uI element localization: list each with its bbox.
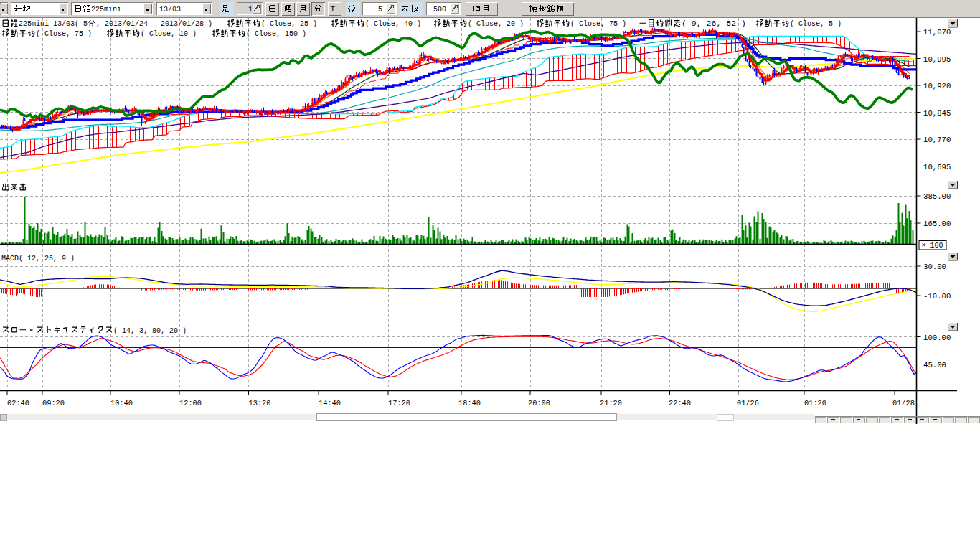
svg-text:T: T bbox=[331, 4, 336, 14]
svg-text:11,070: 11,070 bbox=[923, 27, 951, 37]
svg-text:1: 1 bbox=[248, 5, 253, 14]
svg-text:( Close, 150 ): ( Close, 150 ) bbox=[246, 29, 306, 38]
svg-text:10,845: 10,845 bbox=[923, 108, 951, 118]
svg-text:MACD( 12, 26, 9 ): MACD( 12, 26, 9 ) bbox=[1, 254, 75, 263]
svg-text:02:40: 02:40 bbox=[7, 398, 29, 408]
svg-text:22:40: 22:40 bbox=[669, 398, 691, 408]
svg-text:225mini 13/03( 5: 225mini 13/03( 5 bbox=[19, 19, 88, 28]
svg-text:01/26: 01/26 bbox=[737, 398, 759, 408]
svg-text:500: 500 bbox=[433, 5, 446, 14]
svg-text:45.00: 45.00 bbox=[923, 360, 946, 369]
svg-text:( 14, 3, 80, 20 ): ( 14, 3, 80, 20 ) bbox=[113, 326, 187, 335]
svg-text:× 100: × 100 bbox=[922, 242, 943, 250]
svg-text:165.00: 165.00 bbox=[923, 219, 951, 228]
svg-text:17:20: 17:20 bbox=[388, 398, 410, 408]
svg-text:( Close, 10 ): ( Close, 10 ) bbox=[141, 29, 197, 38]
svg-text:20:00: 20:00 bbox=[528, 398, 550, 408]
svg-text:100.00: 100.00 bbox=[923, 333, 951, 342]
svg-text:385.00: 385.00 bbox=[923, 192, 951, 201]
svg-text:( Close, 75 ): ( Close, 75 ) bbox=[570, 19, 626, 28]
svg-text:14:40: 14:40 bbox=[319, 398, 341, 408]
svg-text:12:00: 12:00 bbox=[179, 398, 202, 408]
svg-text:10,770: 10,770 bbox=[923, 135, 951, 144]
svg-text:( Close, 40 ): ( Close, 40 ) bbox=[365, 19, 421, 28]
svg-text:09:20: 09:20 bbox=[42, 398, 65, 408]
svg-text:( Close, 5 ): ( Close, 5 ) bbox=[790, 19, 842, 28]
svg-text:13/03: 13/03 bbox=[159, 5, 181, 14]
svg-text:10,995: 10,995 bbox=[923, 55, 951, 64]
svg-text:( 9, 26, 52 ): ( 9, 26, 52 ) bbox=[682, 19, 746, 28]
svg-text:, 2013/01/24 - 2013/01/28 ): , 2013/01/24 - 2013/01/28 ) bbox=[96, 19, 212, 28]
svg-text:18:40: 18:40 bbox=[458, 398, 481, 408]
svg-text:13:20: 13:20 bbox=[249, 398, 271, 408]
svg-text:5: 5 bbox=[378, 5, 382, 14]
svg-text:225mini: 225mini bbox=[91, 5, 121, 14]
svg-text:01/28: 01/28 bbox=[892, 398, 915, 408]
svg-text:10:40: 10:40 bbox=[110, 398, 133, 408]
svg-text:( Close, 20 ): ( Close, 20 ) bbox=[468, 19, 524, 28]
svg-text:21:20: 21:20 bbox=[600, 398, 622, 408]
svg-text:01:20: 01:20 bbox=[804, 398, 826, 408]
svg-text:10,695: 10,695 bbox=[923, 162, 951, 171]
svg-text:10,920: 10,920 bbox=[923, 81, 951, 90]
svg-text:-10.00: -10.00 bbox=[923, 291, 951, 301]
svg-text:( Close, 75 ): ( Close, 75 ) bbox=[36, 29, 92, 38]
svg-text:30.00: 30.00 bbox=[923, 262, 946, 271]
svg-text:( Close, 25 ): ( Close, 25 ) bbox=[261, 19, 317, 28]
